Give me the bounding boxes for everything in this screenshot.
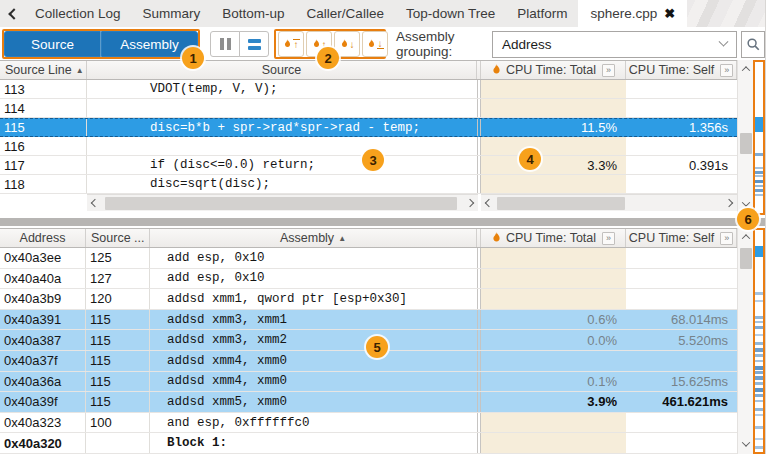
assembly-grouping-label: Assembly grouping: bbox=[396, 29, 484, 59]
scroll-up-icon[interactable] bbox=[738, 229, 754, 245]
hot-line-marker bbox=[755, 246, 763, 257]
tab-collection-log[interactable]: Collection Log bbox=[24, 0, 132, 27]
column-header-cpu-self[interactable]: CPU Time: Self » bbox=[626, 229, 737, 247]
scroll-left-icon[interactable] bbox=[481, 195, 497, 212]
assembly-panel: Address Source ... Assembly ▲ CPU Time: … bbox=[0, 228, 766, 454]
column-header-source[interactable]: Source bbox=[87, 61, 477, 79]
assembly-code-cell: addsd xmm4, xmm0 bbox=[150, 351, 477, 371]
tab-platform[interactable]: Platform bbox=[506, 0, 578, 27]
cpu-self-cell bbox=[626, 351, 737, 371]
source-row[interactable]: 114 bbox=[0, 99, 737, 118]
header-label: Assembly bbox=[280, 231, 334, 245]
assembly-code-cell: addsd xmm3, xmm2 bbox=[150, 330, 477, 350]
line-number-cell: 115 bbox=[0, 119, 87, 136]
expand-column-icon[interactable]: » bbox=[720, 232, 733, 245]
assembly-code-cell: Block 1: bbox=[150, 433, 477, 453]
cpu-columns-horizontal-scrollbar[interactable] bbox=[481, 194, 737, 211]
hot-line-marker bbox=[755, 348, 763, 352]
assembly-row-highlighted[interactable]: 0x40a391 115 addsd xmm3, xmm1 0.6% 68.01… bbox=[0, 310, 737, 331]
assembly-row[interactable]: 0x40a40a 127 add esp, 0x10 bbox=[0, 269, 737, 290]
jump-to-coldest-line-button[interactable]: ↓ bbox=[362, 31, 388, 57]
line-number-cell: 116 bbox=[0, 137, 87, 155]
scroll-right-icon[interactable] bbox=[462, 195, 478, 212]
source-row[interactable]: 117 if (disc<=0.0) return; 3.3% 0.391s bbox=[0, 156, 737, 175]
tab-bottom-up[interactable]: Bottom-up bbox=[211, 0, 295, 27]
column-header-assembly[interactable]: Assembly ▲ bbox=[150, 229, 477, 247]
assembly-row-highlighted[interactable]: 0x40a387 115 addsd xmm3, xmm2 0.0% 5.520… bbox=[0, 330, 737, 351]
tab-top-down-tree[interactable]: Top-down Tree bbox=[395, 0, 506, 27]
scroll-left-icon[interactable] bbox=[87, 195, 103, 212]
source-code-cell bbox=[87, 137, 477, 155]
address-cell: 0x40a37f bbox=[0, 351, 86, 371]
scroll-down-icon[interactable] bbox=[738, 196, 754, 212]
source-view-button[interactable]: Source bbox=[4, 31, 101, 57]
scrollbar-thumb[interactable] bbox=[740, 133, 752, 154]
assembly-row-highlighted[interactable]: 0x40a39f 115 addsd xmm5, xmm0 3.9% 461.6… bbox=[0, 392, 737, 413]
source-row-selected[interactable]: 115 disc=b*b + spr->rad*spr->rad - temp;… bbox=[0, 118, 737, 137]
hot-line-marker bbox=[755, 180, 763, 183]
column-header-cpu-total[interactable]: CPU Time: Total » bbox=[481, 61, 626, 79]
cpu-total-cell bbox=[481, 175, 626, 193]
source-row[interactable]: 113 VDOT(temp, V, V); bbox=[0, 80, 737, 99]
source-horizontal-scrollbar[interactable] bbox=[87, 194, 478, 211]
source-vertical-scrollbar[interactable] bbox=[737, 60, 753, 215]
assembly-view-button[interactable]: Assembly bbox=[101, 31, 198, 57]
tab-label: Summary bbox=[143, 6, 201, 21]
cpu-self-cell bbox=[626, 175, 737, 193]
tab-label: Platform bbox=[517, 6, 567, 21]
panel-splitter[interactable] bbox=[0, 215, 766, 228]
assembly-hotspot-marker-strip[interactable] bbox=[753, 228, 765, 454]
column-header-address[interactable]: Address bbox=[0, 229, 86, 247]
scroll-right-icon[interactable] bbox=[721, 195, 737, 212]
hot-line-marker bbox=[755, 321, 763, 323]
scroll-down-icon[interactable] bbox=[738, 436, 754, 452]
hot-line-marker bbox=[755, 342, 763, 345]
hot-line-marker bbox=[755, 376, 763, 380]
tab-caller-callee[interactable]: Caller/Callee bbox=[296, 0, 395, 27]
expand-column-icon[interactable]: » bbox=[720, 64, 733, 77]
column-header-cpu-total[interactable]: CPU Time: Total » bbox=[481, 229, 626, 247]
tab-label: Caller/Callee bbox=[307, 6, 384, 21]
assembly-row[interactable]: 0x40a3ee 125 add esp, 0x10 bbox=[0, 248, 737, 269]
back-button[interactable] bbox=[0, 0, 24, 27]
column-header-cpu-self[interactable]: CPU Time: Self » bbox=[626, 61, 737, 79]
assembly-row[interactable]: 0x40a323 100 and esp, 0xffffffc0 bbox=[0, 413, 737, 434]
assembly-button-label: Assembly bbox=[120, 37, 179, 52]
hot-line-marker bbox=[755, 194, 763, 196]
chevron-down-icon bbox=[719, 37, 729, 47]
source-code-cell bbox=[87, 99, 477, 117]
tab-sphere-cpp[interactable]: sphere.cpp ✖ bbox=[578, 0, 687, 27]
assembly-row-highlighted[interactable]: 0x40a36a 115 addsd xmm4, xmm0 0.1% 15.62… bbox=[0, 372, 737, 393]
assembly-grouping-select[interactable]: Address bbox=[492, 31, 737, 58]
cpu-self-cell bbox=[626, 137, 737, 155]
line-number-cell: 117 bbox=[0, 156, 87, 174]
next-hot-line-button[interactable]: ↓ bbox=[334, 31, 360, 57]
assembly-row-block-label[interactable]: 0x40a320 Block 1: bbox=[0, 433, 737, 454]
scroll-up-icon[interactable] bbox=[738, 61, 754, 77]
pause-button[interactable] bbox=[210, 31, 240, 57]
prev-hot-line-button[interactable]: ↑ bbox=[306, 31, 332, 57]
horizontal-bars-icon bbox=[248, 46, 261, 50]
close-icon[interactable]: ✖ bbox=[664, 7, 675, 20]
jump-to-hottest-line-button[interactable]: ↑ bbox=[278, 31, 304, 57]
expand-column-icon[interactable]: » bbox=[602, 64, 615, 77]
column-header-source-line[interactable]: Source Line ▲ bbox=[0, 61, 87, 79]
column-header-source-file[interactable]: Source ... bbox=[86, 229, 150, 247]
source-row[interactable]: 116 bbox=[0, 137, 737, 156]
split-layout-button[interactable] bbox=[239, 31, 269, 57]
tab-summary[interactable]: Summary bbox=[132, 0, 212, 27]
search-icon bbox=[746, 37, 761, 52]
hot-line-marker bbox=[755, 408, 763, 411]
assembly-row[interactable]: 0x40a3b9 120 addsd xmm1, qword ptr [esp+… bbox=[0, 289, 737, 310]
search-button[interactable] bbox=[741, 31, 765, 58]
assembly-vertical-scrollbar[interactable] bbox=[737, 228, 753, 454]
source-hotspot-marker-strip[interactable] bbox=[753, 60, 765, 215]
hot-line-marker bbox=[755, 382, 763, 385]
source-line-cell: 120 bbox=[86, 289, 150, 309]
expand-column-icon[interactable]: » bbox=[602, 232, 615, 245]
assembly-row-highlighted[interactable]: 0x40a37f 115 addsd xmm4, xmm0 bbox=[0, 351, 737, 372]
flame-icon bbox=[491, 64, 502, 77]
scrollbar-thumb[interactable] bbox=[740, 248, 752, 269]
header-label: Source ... bbox=[91, 231, 145, 245]
source-row[interactable]: 118 disc=sqrt(disc); bbox=[0, 175, 737, 194]
